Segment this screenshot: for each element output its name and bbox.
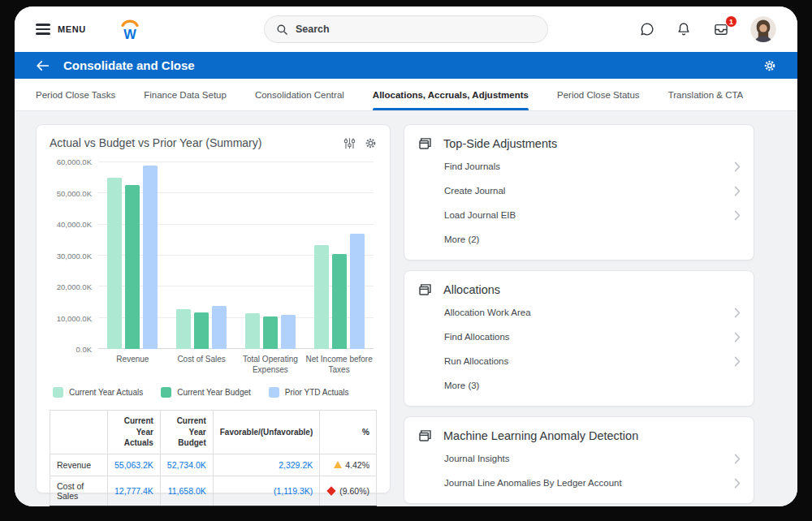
page-header: Consolidate and Close <box>15 52 797 79</box>
variance-percent: 4.42% <box>320 454 377 476</box>
menu-item-load-journal-eib[interactable]: Load Journal EIB <box>444 203 741 227</box>
tab-consolidation-central[interactable]: Consolidation Central <box>255 79 344 110</box>
menu-item-find-journals[interactable]: Find Journals <box>444 154 741 179</box>
menu-label[interactable]: MENU <box>58 24 86 34</box>
tab-period-close-status[interactable]: Period Close Status <box>557 79 640 110</box>
favorable-up-indicator-icon <box>334 461 342 468</box>
variance-cell-value[interactable]: 2,329.2K <box>279 460 313 470</box>
budget-cell-value[interactable]: 52,734.0K <box>167 460 206 470</box>
menu-icon[interactable] <box>36 24 50 34</box>
table-column-header: % <box>320 411 377 454</box>
actuals-cell-value[interactable]: 55,063.2K <box>114 460 153 470</box>
bar-prior-ytd-actuals[interactable] <box>212 306 227 349</box>
tab-translation-cta[interactable]: Translation & CTA <box>668 79 744 110</box>
chevron-right-icon <box>734 356 741 367</box>
menu-item-label: Allocation Work Area <box>444 308 531 317</box>
back-arrow-icon[interactable] <box>36 60 50 71</box>
y-axis-tick-label: 40,000.0K <box>57 220 92 229</box>
menu-item-list: Find JournalsCreate JournalLoad Journal … <box>444 154 741 252</box>
x-axis-category-label: Revenue <box>98 355 167 375</box>
y-axis-tick-label: 60,000.0K <box>57 157 92 166</box>
percent-value: (9.60%) <box>339 486 369 496</box>
menu-card-machine-learning-anomaly-detection: Machine Learning Anomaly DetectionJourna… <box>404 416 754 504</box>
budget-cell[interactable]: 11,658.0K <box>160 476 213 506</box>
chart-card-title: Actual vs Budget vs Prior Year (Summary) <box>50 136 261 149</box>
menu-item-label: Run Allocations <box>444 356 508 366</box>
chat-icon[interactable] <box>639 21 655 37</box>
comparison-table: Current Year ActualsCurrent Year BudgetF… <box>50 410 377 506</box>
page-title: Consolidate and Close <box>63 58 195 72</box>
bar-current-year-actuals[interactable] <box>176 309 191 349</box>
actuals-cell-value[interactable]: 12,777.4K <box>114 486 153 496</box>
bar-current-year-actuals[interactable] <box>314 245 329 349</box>
budget-cell: 10,508.1K <box>160 506 213 507</box>
bar-current-year-budget[interactable] <box>263 316 278 349</box>
menu-item-list: Journal InsightsJournal Line Anomalies B… <box>444 446 741 495</box>
bar-current-year-budget[interactable] <box>125 185 140 349</box>
chevron-right-icon <box>734 332 741 342</box>
tab-period-close-tasks[interactable]: Period Close Tasks <box>36 79 115 110</box>
menu-item-create-journal[interactable]: Create Journal <box>444 179 741 203</box>
menu-item-more-2-[interactable]: More (2) <box>444 227 741 252</box>
top-bar: MENU W Search <box>15 6 797 52</box>
tab-allocations-accruals-adjustments[interactable]: Allocations, Accruals, Adjustments <box>373 79 529 110</box>
menu-card-allocations: AllocationsAllocation Work AreaFind Allo… <box>404 270 754 407</box>
menu-item-more-3-[interactable]: More (3) <box>444 373 741 398</box>
bar-chart: 0.0K10,000.0K20,000.0K30,000.0K40,000.0K… <box>50 162 377 375</box>
bar-current-year-actuals[interactable] <box>107 178 122 349</box>
budget-cell-value[interactable]: 11,658.0K <box>168 486 206 496</box>
bar-current-year-actuals[interactable] <box>245 313 260 349</box>
bar-group-3 <box>304 162 374 349</box>
menu-item-list: Allocation Work AreaFind AllocationsRun … <box>444 300 741 398</box>
menu-item-run-allocations[interactable]: Run Allocations <box>444 349 741 373</box>
table-row: Total Operating Expenses11,491.0K10,508.… <box>50 506 377 507</box>
menu-item-journal-insights[interactable]: Journal Insights <box>444 446 741 471</box>
sliders-icon[interactable] <box>343 137 356 149</box>
variance-percent-cell: 4.42% <box>326 460 369 470</box>
menu-card-header: Allocations <box>417 282 741 297</box>
bar-prior-ytd-actuals[interactable] <box>350 234 365 349</box>
y-axis-tick-label: 50,000.0K <box>57 188 92 197</box>
menu-item-label: More (3) <box>444 381 479 390</box>
stacked-windows-icon <box>417 282 433 297</box>
chevron-right-icon <box>734 161 741 172</box>
variance-percent: (9.60%) <box>320 476 377 506</box>
menu-item-allocation-work-area[interactable]: Allocation Work Area <box>444 300 741 325</box>
legend-label: Current Year Budget <box>177 388 251 397</box>
bar-prior-ytd-actuals[interactable] <box>281 315 296 349</box>
menu-item-journal-line-anomalies-by-ledger-account[interactable]: Journal Line Anomalies By Ledger Account <box>444 471 741 495</box>
menu-card-header: Top-Side Adjustments <box>417 136 741 151</box>
inbox-badge: 1 <box>725 15 737 28</box>
gear-icon[interactable] <box>365 137 377 149</box>
y-axis-tick-label: 20,000.0K <box>57 282 92 291</box>
avatar[interactable] <box>750 16 776 42</box>
variance-cell[interactable]: 2,329.2K <box>213 454 319 476</box>
bar-current-year-budget[interactable] <box>194 312 209 349</box>
notifications-bell-icon[interactable] <box>676 21 692 37</box>
bar-current-year-budget[interactable] <box>332 254 347 349</box>
stacked-windows-icon <box>417 428 433 443</box>
budget-cell[interactable]: 52,734.0K <box>160 454 213 476</box>
workday-logo[interactable]: W <box>117 17 143 41</box>
gear-icon[interactable] <box>763 59 776 72</box>
actuals-cell[interactable]: 55,063.2K <box>107 454 160 476</box>
variance-cell-value[interactable]: (1,119.3K) <box>274 486 313 496</box>
actuals-cell[interactable]: 12,777.4K <box>107 476 160 506</box>
chart-plot-area: 0.0K10,000.0K20,000.0K30,000.0K40,000.0K… <box>98 162 374 349</box>
table-column-header: Current Year Actuals <box>107 411 160 454</box>
menu-item-label: Find Journals <box>444 161 500 171</box>
bar-prior-ytd-actuals[interactable] <box>143 166 158 349</box>
tab-finance-data-setup[interactable]: Finance Data Setup <box>144 79 227 110</box>
variance-cell[interactable]: (1,119.3K) <box>213 476 319 506</box>
menu-item-label: Journal Line Anomalies By Ledger Account <box>444 478 622 488</box>
inbox-tray-icon[interactable]: 1 <box>712 21 730 37</box>
table-column-header: Current Year Budget <box>160 411 213 454</box>
row-label: Total Operating Expenses <box>50 506 108 507</box>
legend-swatch <box>53 387 63 398</box>
menu-item-find-allocations[interactable]: Find Allocations <box>444 325 741 349</box>
tab-bar: Period Close TasksFinance Data SetupCons… <box>15 79 797 111</box>
menu-item-label: Journal Insights <box>444 454 510 463</box>
search-input[interactable]: Search <box>264 15 548 43</box>
table-column-header: Favorable/(Unfavorable) <box>213 411 319 454</box>
content-area: Actual vs Budget vs Prior Year (Summary) <box>15 111 797 506</box>
